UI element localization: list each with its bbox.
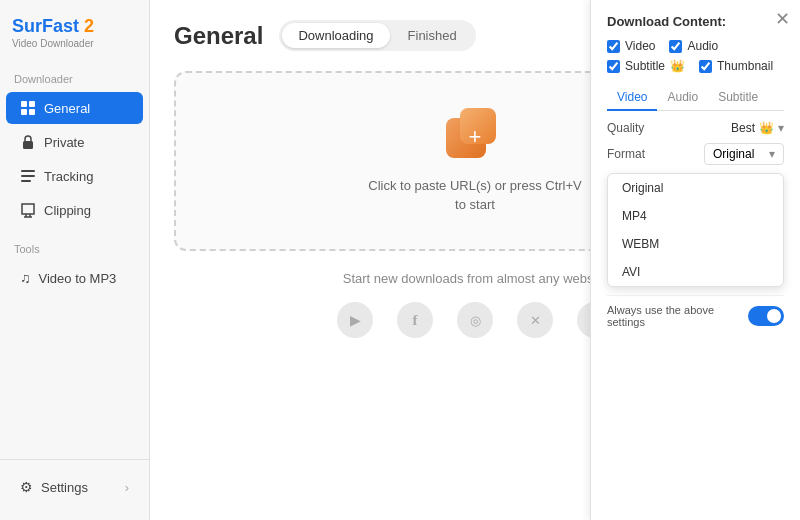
format-option-avi[interactable]: AVI bbox=[608, 258, 783, 286]
svg-rect-1 bbox=[29, 101, 35, 107]
right-panel: ✕ Download Content: Video Audio Subtitle… bbox=[590, 0, 800, 520]
video-to-mp3-label: Video to MP3 bbox=[39, 271, 117, 286]
twitter-icon: ✕ bbox=[517, 302, 553, 338]
sidebar-item-tracking[interactable]: Tracking bbox=[6, 160, 143, 192]
subtitle-checkbox[interactable] bbox=[607, 60, 620, 73]
app-subtitle: Video Downloader bbox=[12, 38, 137, 49]
subtitle-crown-icon: 👑 bbox=[670, 59, 685, 73]
quality-field: Quality Best 👑 ▾ bbox=[607, 121, 784, 135]
general-label: General bbox=[44, 101, 90, 116]
svg-rect-3 bbox=[29, 109, 35, 115]
sidebar-item-clipping[interactable]: Clipping bbox=[6, 194, 143, 226]
music-icon: ♫ bbox=[20, 270, 31, 286]
subtitle-label: Subtitle bbox=[625, 59, 665, 73]
tab-audio[interactable]: Audio bbox=[657, 85, 708, 111]
always-row: Always use the above settings bbox=[607, 295, 784, 328]
logo: SurFast 2 bbox=[12, 16, 137, 37]
drop-zone-text: Click to paste URL(s) or press Ctrl+Vto … bbox=[368, 176, 581, 215]
quality-crown-icon: 👑 bbox=[759, 121, 774, 135]
format-selected-value: Original bbox=[713, 147, 754, 161]
format-dropdown-menu: Original MP4 WEBM AVI bbox=[607, 173, 784, 287]
close-button[interactable]: ✕ bbox=[775, 10, 790, 28]
sidebar-bottom: ⚙ Settings › bbox=[0, 459, 149, 504]
settings-label: Settings bbox=[41, 480, 88, 495]
facebook-icon: f bbox=[397, 302, 433, 338]
checkbox-thumbnail[interactable]: Thumbnail bbox=[699, 59, 773, 73]
svg-rect-2 bbox=[21, 109, 27, 115]
tab-finished[interactable]: Finished bbox=[392, 23, 473, 48]
video-label: Video bbox=[625, 39, 655, 53]
svg-rect-0 bbox=[21, 101, 27, 107]
quality-value: Best bbox=[731, 121, 755, 135]
sidebar-item-private[interactable]: Private bbox=[6, 126, 143, 158]
logo-area: SurFast 2 Video Downloader bbox=[0, 16, 149, 69]
tools-section-label: Tools bbox=[0, 239, 149, 261]
thumbnail-label: Thumbnail bbox=[717, 59, 773, 73]
main-content: General Downloading Finished + Click to … bbox=[150, 0, 800, 520]
svg-rect-6 bbox=[21, 175, 35, 177]
panel-title: Download Content: bbox=[607, 14, 784, 29]
tracking-icon bbox=[20, 168, 36, 184]
format-field: Format Original ▾ bbox=[607, 143, 784, 165]
tab-subtitle-panel[interactable]: Subtitle bbox=[708, 85, 768, 111]
tab-group: Downloading Finished bbox=[279, 20, 475, 51]
sidebar: SurFast 2 Video Downloader Downloader Ge… bbox=[0, 0, 150, 520]
icon-plus: + bbox=[469, 126, 482, 148]
general-icon bbox=[20, 100, 36, 116]
settings-item[interactable]: ⚙ Settings › bbox=[6, 471, 143, 503]
format-option-original[interactable]: Original bbox=[608, 174, 783, 202]
quality-chevron-icon: ▾ bbox=[778, 121, 784, 135]
gear-icon: ⚙ bbox=[20, 479, 33, 495]
app-name-text: SurFast bbox=[12, 16, 79, 36]
instagram-icon: ◎ bbox=[457, 302, 493, 338]
audio-checkbox[interactable] bbox=[669, 40, 682, 53]
clipping-label: Clipping bbox=[44, 203, 91, 218]
checkbox-audio[interactable]: Audio bbox=[669, 39, 718, 53]
audio-label: Audio bbox=[687, 39, 718, 53]
svg-rect-4 bbox=[23, 141, 33, 149]
tab-video[interactable]: Video bbox=[607, 85, 657, 111]
paste-icon: + bbox=[446, 108, 504, 166]
private-label: Private bbox=[44, 135, 84, 150]
always-toggle[interactable] bbox=[748, 306, 784, 326]
private-icon bbox=[20, 134, 36, 150]
app-number: 2 bbox=[84, 16, 94, 36]
quality-value-container: Best 👑 ▾ bbox=[731, 121, 784, 135]
format-option-webm[interactable]: WEBM bbox=[608, 230, 783, 258]
always-label: Always use the above settings bbox=[607, 304, 748, 328]
svg-rect-5 bbox=[21, 170, 35, 172]
checkbox-row-2: Subtitle 👑 Thumbnail bbox=[607, 59, 784, 73]
checkbox-subtitle[interactable]: Subtitle 👑 bbox=[607, 59, 685, 73]
sidebar-item-general[interactable]: General bbox=[6, 92, 143, 124]
app-name: SurFast 2 bbox=[12, 16, 94, 36]
thumbnail-checkbox[interactable] bbox=[699, 60, 712, 73]
quality-label: Quality bbox=[607, 121, 644, 135]
settings-left: ⚙ Settings bbox=[20, 479, 88, 495]
checkbox-row-1: Video Audio bbox=[607, 39, 784, 53]
tab-downloading[interactable]: Downloading bbox=[282, 23, 389, 48]
format-option-mp4[interactable]: MP4 bbox=[608, 202, 783, 230]
checkbox-video[interactable]: Video bbox=[607, 39, 655, 53]
video-checkbox[interactable] bbox=[607, 40, 620, 53]
clipping-icon bbox=[20, 202, 36, 218]
downloader-section-label: Downloader bbox=[0, 69, 149, 91]
format-dropdown-trigger[interactable]: Original ▾ bbox=[704, 143, 784, 165]
page-title: General bbox=[174, 22, 263, 50]
tracking-label: Tracking bbox=[44, 169, 93, 184]
panel-tabs: Video Audio Subtitle bbox=[607, 85, 784, 111]
chevron-right-icon: › bbox=[125, 480, 129, 495]
svg-rect-7 bbox=[21, 180, 31, 182]
format-chevron-icon: ▾ bbox=[769, 147, 775, 161]
format-label: Format bbox=[607, 147, 645, 161]
sidebar-item-video-to-mp3[interactable]: ♫ Video to MP3 bbox=[6, 262, 143, 294]
youtube-icon: ▶ bbox=[337, 302, 373, 338]
